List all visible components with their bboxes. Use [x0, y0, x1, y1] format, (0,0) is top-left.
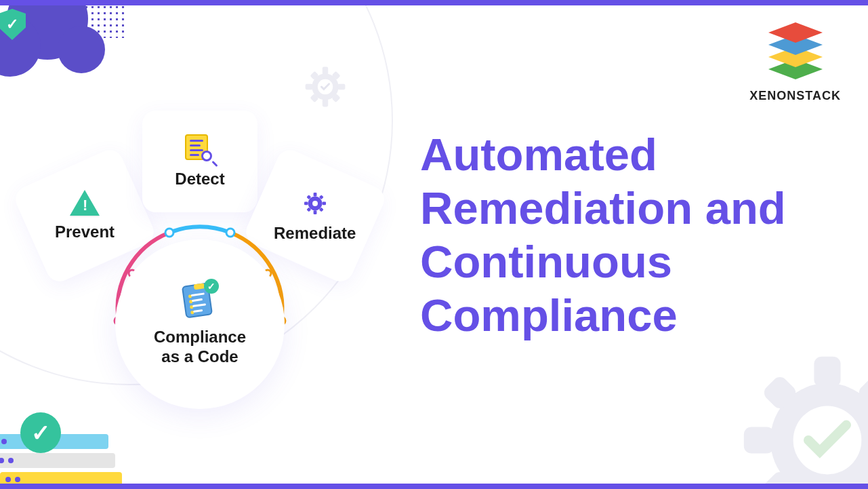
server-row-icon — [0, 453, 115, 468]
svg-rect-7 — [306, 84, 313, 90]
gear-decoration-icon — [732, 345, 868, 489]
compliance-diagram: Prevent Detect — [20, 104, 386, 443]
svg-rect-31 — [814, 357, 840, 387]
search-list-icon — [185, 134, 215, 164]
checklist-icon — [181, 281, 219, 319]
svg-rect-15 — [314, 193, 317, 197]
server-row-icon — [0, 472, 122, 487]
svg-marker-3 — [768, 22, 823, 43]
svg-rect-17 — [304, 202, 308, 206]
center-label: Compliance as a Code — [154, 328, 246, 367]
stack-icon — [762, 22, 829, 83]
brand-logo: XENONSTACK — [749, 22, 841, 103]
detect-card: Detect — [142, 111, 257, 212]
svg-point-26 — [226, 229, 234, 237]
center-label-line2: as a Code — [161, 347, 238, 366]
check-circle-icon — [20, 412, 61, 453]
svg-rect-16 — [314, 210, 317, 214]
svg-rect-5 — [323, 67, 328, 75]
cloud-blob-icon — [58, 26, 105, 73]
compliance-center-card: Compliance as a Code — [115, 239, 285, 409]
page-title: Automated Remediation and Continuous Com… — [420, 128, 841, 342]
server-decoration — [0, 419, 136, 487]
center-label-line1: Compliance — [154, 328, 246, 346]
svg-rect-33 — [744, 427, 774, 453]
svg-point-25 — [165, 229, 173, 237]
top-left-decoration — [0, 0, 142, 87]
svg-rect-18 — [322, 202, 326, 206]
detect-label: Detect — [175, 170, 224, 189]
svg-rect-8 — [337, 84, 345, 90]
brand-name: XENONSTACK — [749, 89, 841, 103]
warning-triangle-icon — [70, 190, 100, 217]
gear-icon — [300, 189, 330, 218]
